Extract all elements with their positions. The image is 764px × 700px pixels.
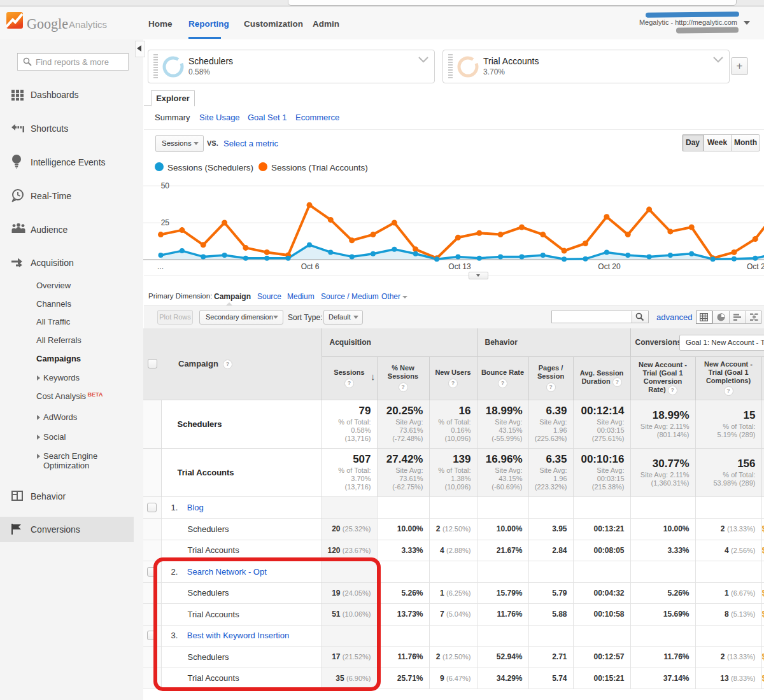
svg-text:Oct 20: Oct 20	[598, 262, 621, 271]
svg-text:Oct 13: Oct 13	[448, 262, 471, 271]
svg-text:...: ...	[157, 262, 164, 271]
svg-text:Oct 6: Oct 6	[301, 262, 320, 271]
svg-text:25: 25	[161, 218, 170, 227]
svg-text:Oct 2: Oct 2	[747, 262, 764, 271]
svg-text:50: 50	[161, 181, 170, 190]
